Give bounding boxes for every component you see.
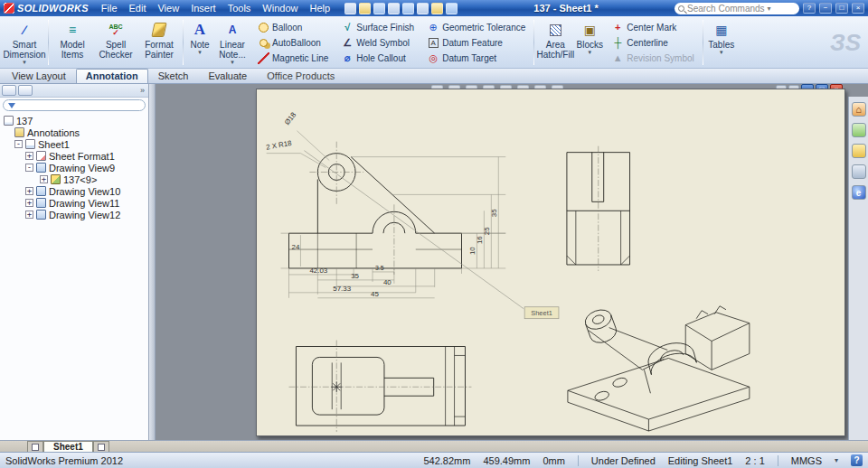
tables-button[interactable]: ▦ Tables ▾ [706, 18, 737, 67]
new-document-icon[interactable] [344, 3, 356, 14]
surface-finish-button[interactable]: √ Surface Finish [337, 20, 418, 34]
dim-diameter[interactable]: Ø18 [283, 110, 298, 126]
area-hatch-button[interactable]: Area Hatch/Fill [537, 18, 573, 67]
dim-b1[interactable]: 42.03 [309, 267, 327, 275]
chevron-down-icon[interactable]: ▾ [768, 5, 771, 13]
blocks-button[interactable]: ▣ Blocks ▾ [575, 18, 604, 67]
dim-b3[interactable]: 40 [383, 278, 392, 286]
menu-insert[interactable]: Insert [185, 2, 222, 14]
sheet-tab-active[interactable]: Sheet1 [43, 441, 93, 452]
datum-target-button[interactable]: ◎ Datum Target [423, 51, 529, 65]
dim-radius[interactable]: 2 X R18 [265, 139, 292, 152]
model-items-button[interactable]: ≡ Model Items [52, 18, 93, 67]
menu-view[interactable]: View [152, 2, 184, 14]
note-button[interactable]: A Note ▾ [186, 18, 213, 67]
expand-toggle[interactable]: + [25, 152, 33, 160]
graphics-area[interactable]: − □ × [156, 84, 868, 440]
geometric-tolerance-button[interactable]: ⊕ Geometric Tolerance [423, 20, 529, 34]
balloon-button[interactable]: Balloon [253, 20, 332, 34]
tab-sketch[interactable]: Sketch [148, 69, 199, 83]
dim-b2[interactable]: 35 [351, 272, 359, 280]
dim-b6[interactable]: 45 [371, 290, 379, 298]
dim-b4[interactable]: 3.5 [375, 265, 384, 271]
autoballoon-button[interactable]: AutoBalloon [253, 35, 332, 50]
appearances-icon[interactable]: e [852, 185, 866, 200]
chevron-down-icon[interactable]: ▾ [198, 50, 202, 55]
tab-office-products[interactable]: Office Products [257, 69, 344, 83]
tree-item-sheet-format1[interactable]: + Sheet Format1 [0, 150, 148, 162]
tree-item-drawing-view11[interactable]: + Drawing View11 [0, 197, 148, 209]
tree-item-137-9[interactable]: + 137<9> [0, 173, 148, 185]
centerline-button[interactable]: ┼ Centerline [608, 35, 697, 50]
collapse-toggle[interactable]: - [14, 140, 23, 148]
save-icon[interactable] [373, 3, 385, 14]
dim-r1[interactable]: 10 [468, 247, 476, 255]
collapse-toggle[interactable]: - [25, 164, 33, 172]
add-sheet-tab[interactable] [27, 441, 43, 452]
open-icon[interactable] [359, 3, 371, 14]
drawing-view-isometric[interactable] [568, 306, 750, 431]
dim-r3[interactable]: 25 [483, 227, 491, 235]
drawing-view-side[interactable] [567, 146, 630, 271]
expand-toggle[interactable]: + [25, 211, 33, 219]
select-icon[interactable] [417, 3, 429, 14]
undo-icon[interactable] [402, 3, 414, 14]
tree-item-root[interactable]: 137 [0, 115, 148, 126]
rebuild-icon[interactable] [431, 3, 443, 14]
dim-b5[interactable]: 57.33 [333, 285, 351, 293]
tree-item-drawing-view10[interactable]: + Drawing View10 [0, 185, 148, 197]
tab-annotation[interactable]: Annotation [76, 69, 148, 83]
spell-checker-button[interactable]: ABC ✓ Spell Checker [95, 18, 137, 67]
chevron-down-icon[interactable]: ▾ [23, 60, 26, 65]
print-icon[interactable] [388, 3, 400, 14]
tab-view-layout[interactable]: View Layout [2, 69, 76, 83]
solidworks-resources-icon[interactable]: ⌂ [852, 102, 866, 117]
menu-file[interactable]: File [96, 2, 123, 14]
options-icon[interactable] [446, 3, 458, 14]
drawing-sheet[interactable]: Ø18 2 X R18 24 42.03 35 40 3.5 57.33 45 … [256, 89, 845, 436]
maximize-button[interactable]: □ [835, 3, 848, 14]
minimize-button[interactable]: − [819, 3, 832, 14]
hole-callout-button[interactable]: ⌀ Hole Callout [337, 51, 418, 65]
tree-item-drawing-view9[interactable]: - Drawing View9 [0, 162, 148, 173]
chevron-down-icon[interactable]: ▾ [720, 50, 723, 55]
menu-help[interactable]: Help [304, 2, 335, 14]
search-commands-box[interactable]: Search Commands ▾ [675, 3, 799, 14]
dim-r2[interactable]: 16 [476, 236, 484, 244]
tree-item-drawing-view12[interactable]: + Drawing View12 [0, 209, 148, 220]
tree-item-sheet1[interactable]: - Sheet1 [0, 138, 148, 150]
menu-window[interactable]: Window [257, 2, 303, 14]
status-units[interactable]: MMGS [791, 455, 822, 466]
close-button[interactable]: × [852, 3, 864, 14]
linear-note-button[interactable]: A Linear Note... ▾ [215, 18, 250, 67]
sheet-note[interactable]: Sheet1 [524, 307, 559, 319]
smart-dimension-button[interactable]: ∕ Smart Dimension ▾ [4, 18, 45, 67]
help-button[interactable]: ? [803, 3, 816, 14]
weld-symbol-button[interactable]: ∠ Weld Symbol [337, 35, 418, 50]
expand-toggle[interactable]: + [40, 175, 48, 183]
collapse-panel-icon[interactable]: » [140, 86, 146, 95]
menu-tools[interactable]: Tools [222, 2, 257, 14]
datum-feature-button[interactable]: A Datum Feature [423, 35, 529, 50]
dim-r4[interactable]: 35 [490, 209, 498, 217]
file-explorer-icon[interactable] [852, 144, 866, 158]
panel-splitter[interactable] [149, 84, 156, 440]
property-manager-tab-icon[interactable] [18, 85, 33, 96]
chevron-down-icon[interactable]: ▾ [589, 50, 592, 55]
sheet-scroll-tab[interactable] [93, 441, 109, 452]
magnetic-line-button[interactable]: Magnetic Line [253, 51, 332, 65]
center-mark-button[interactable]: + Center Mark [608, 20, 697, 34]
expand-toggle[interactable]: + [25, 199, 33, 207]
chevron-down-icon[interactable]: ▾ [835, 456, 838, 464]
status-help-icon[interactable]: ? [851, 454, 863, 466]
tree-filter-box[interactable] [3, 99, 146, 111]
design-library-icon[interactable] [852, 123, 866, 137]
view-palette-icon[interactable] [852, 164, 866, 179]
tree-item-annotations[interactable]: Annotations [0, 126, 148, 138]
feature-tree-tab-icon[interactable] [2, 85, 16, 96]
expand-toggle[interactable]: + [25, 187, 33, 195]
drawing-view-top[interactable] [289, 341, 472, 432]
tab-evaluate[interactable]: Evaluate [198, 69, 257, 83]
dim-height[interactable]: 24 [291, 243, 299, 251]
menu-edit[interactable]: Edit [124, 2, 152, 14]
